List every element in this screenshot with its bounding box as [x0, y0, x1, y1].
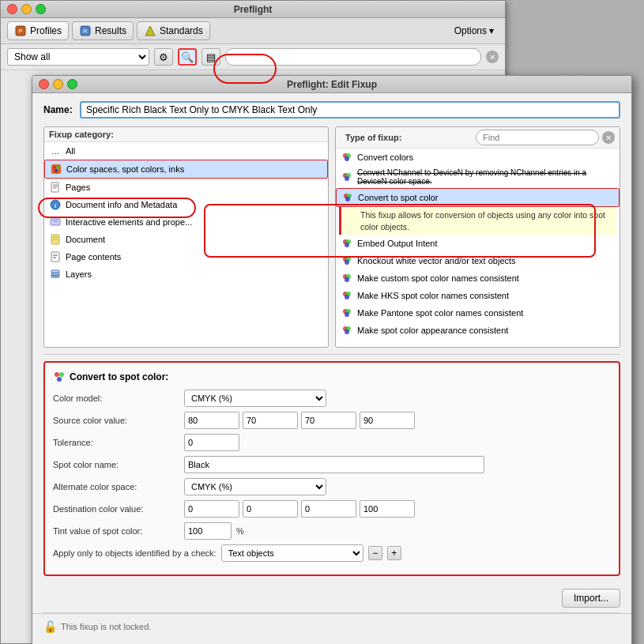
source-m-input[interactable] — [243, 412, 298, 429]
dest-c-input[interactable] — [184, 500, 239, 518]
minimize-button[interactable] — [21, 4, 32, 14]
source-k-input[interactable] — [360, 412, 415, 429]
doc-info-icon: i — [49, 198, 62, 211]
document-icon — [49, 233, 62, 246]
convert-spot-icon — [341, 191, 354, 204]
options-label: Options — [454, 25, 487, 36]
dialog-close-btn[interactable] — [39, 79, 49, 89]
options-arrow-icon: ▾ — [489, 25, 494, 36]
item-label: Convert to spot color — [358, 193, 439, 202]
list-item[interactable]: … All — [44, 142, 328, 160]
list-item[interactable]: Make Pantone spot color names consistent — [336, 304, 620, 322]
alternate-color-select[interactable]: CMYK (%) — [184, 478, 326, 495]
list-item[interactable]: Knockout white vector and/or text object… — [336, 252, 620, 269]
color-model-select[interactable]: CMYK (%) — [184, 390, 326, 407]
list-item[interactable]: Make spot color appearance consistent — [336, 322, 620, 339]
svg-point-46 — [345, 295, 349, 299]
view-icon: ▤ — [206, 51, 216, 63]
svg-point-49 — [345, 312, 349, 317]
dest-k-input[interactable] — [360, 500, 415, 518]
find-clear-btn[interactable]: ✕ — [602, 131, 615, 144]
list-item[interactable]: Color spaces, spot colors, inks — [44, 160, 328, 179]
item-label: Make Pantone spot color names consistent — [357, 308, 523, 318]
section-title: Convert to spot color: — [53, 371, 611, 383]
list-item[interactable]: Make custom spot color names consistent — [336, 269, 620, 287]
alternate-color-row: Alternate color space: CMYK (%) — [53, 478, 611, 495]
panel-divider — [43, 354, 620, 355]
dialog-controls[interactable] — [39, 79, 77, 89]
tolerance-input[interactable] — [184, 434, 239, 451]
filter-icon-btn[interactable]: ⚙ — [154, 48, 173, 66]
list-item[interactable]: Convert NChannel to DeviceN by removing … — [336, 166, 620, 188]
apply-select[interactable]: Text objects — [221, 544, 363, 562]
import-button[interactable]: Import... — [562, 589, 620, 608]
dialog-title: Preflight: Edit Fixup — [287, 79, 377, 90]
hks-spot-icon — [341, 289, 353, 302]
knockout-white-icon — [341, 254, 353, 267]
item-label: Document — [66, 235, 105, 244]
dest-y-input[interactable] — [301, 500, 356, 518]
convert-nchannel-icon — [341, 171, 353, 183]
list-item[interactable]: Convert to spot color — [336, 188, 620, 207]
list-item[interactable]: Embed Output Intent — [336, 235, 620, 252]
svg-marker-4 — [145, 26, 155, 36]
search-clear-btn[interactable]: ✕ — [486, 51, 499, 63]
list-item[interactable]: Document — [44, 231, 328, 248]
svg-point-28 — [345, 156, 349, 161]
dest-m-input[interactable] — [243, 500, 298, 518]
svg-point-31 — [345, 176, 349, 181]
dialog-min-btn[interactable] — [53, 79, 63, 89]
search-icon: 🔍 — [181, 51, 194, 63]
maximize-button[interactable] — [36, 4, 46, 14]
results-icon: R — [79, 24, 92, 37]
list-item[interactable]: Layers — [44, 266, 328, 283]
search-toggle-btn[interactable]: 🔍 — [178, 48, 197, 66]
tab-profiles[interactable]: P Profiles — [7, 21, 69, 40]
options-button[interactable]: Options ▾ — [450, 24, 499, 38]
list-item[interactable]: Interactive elements and prope... — [44, 213, 328, 231]
tint-unit: % — [236, 526, 244, 536]
source-c-input[interactable] — [184, 412, 239, 429]
left-panel-header: Fixup category: — [44, 127, 328, 142]
right-panel: Type of fixup: ✕ Convert colors Convert … — [335, 126, 620, 348]
svg-rect-22 — [53, 257, 56, 258]
spot-color-name-input[interactable] — [184, 456, 484, 473]
tab-standards[interactable]: Standards — [137, 21, 210, 40]
import-row: Import... — [32, 584, 631, 612]
standards-label: Standards — [160, 25, 203, 36]
view-btn[interactable]: ▤ — [201, 48, 220, 66]
window-controls[interactable] — [7, 4, 46, 14]
item-label: Convert colors — [357, 153, 413, 162]
dialog-max-btn[interactable] — [67, 79, 77, 89]
list-item[interactable]: i Document info and Metadata — [44, 196, 328, 213]
spot-color-name-label: Spot color name: — [53, 460, 179, 469]
show-all-select[interactable]: Show all — [7, 48, 149, 66]
tint-input[interactable] — [184, 522, 232, 540]
find-input[interactable] — [476, 130, 599, 145]
item-label: Embed Output Intent — [357, 239, 438, 248]
preflight-title: Preflight — [234, 4, 273, 15]
tab-results[interactable]: R Results — [72, 21, 134, 40]
svg-text:i: i — [55, 202, 56, 209]
svg-point-40 — [345, 260, 349, 265]
lock-text: This fixup is not locked. — [61, 622, 151, 631]
convert-colors-icon — [341, 151, 353, 164]
item-label: Knockout white vector and/or text object… — [357, 256, 516, 266]
name-input[interactable] — [80, 101, 620, 119]
source-y-input[interactable] — [301, 412, 356, 429]
color-spaces-icon — [50, 163, 62, 175]
bottom-section: Convert to spot color: Color model: CMYK… — [43, 361, 620, 576]
list-item[interactable]: Page contents — [44, 248, 328, 266]
svg-point-53 — [55, 372, 59, 377]
search-input[interactable] — [225, 48, 481, 66]
list-item[interactable]: Convert colors — [336, 149, 620, 166]
source-color-row: Source color value: — [53, 412, 611, 429]
list-item[interactable]: Make HKS spot color names consistent — [336, 287, 620, 304]
list-item[interactable]: Pages — [44, 179, 328, 196]
lock-row: 🔓 This fixup is not locked. — [43, 620, 151, 633]
remove-apply-btn[interactable]: − — [368, 546, 382, 560]
add-apply-btn[interactable]: + — [387, 546, 401, 560]
layers-icon — [49, 268, 62, 281]
close-button[interactable] — [7, 4, 17, 14]
item-label: Pages — [66, 183, 90, 192]
